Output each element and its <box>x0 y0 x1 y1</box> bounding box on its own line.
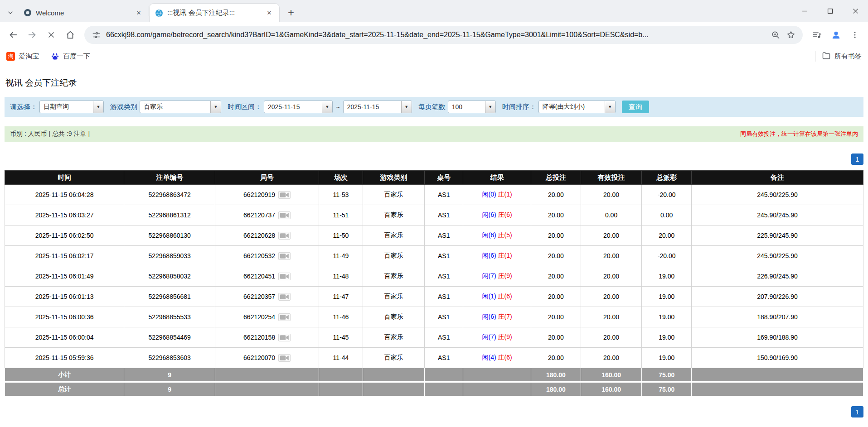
cell-note: 225.90/245.90 <box>692 225 863 246</box>
maximize-button[interactable] <box>817 0 843 22</box>
cell-payout: 20.00 <box>642 225 692 246</box>
search-button[interactable]: 查询 <box>622 101 649 113</box>
cell-total-bet[interactable]: 20.00 <box>531 287 581 307</box>
baidu-paw-icon <box>51 52 59 61</box>
chevron-down-icon[interactable]: ▼ <box>401 101 412 113</box>
column-header: 注单编号 <box>124 171 215 185</box>
cell-note: 245.90/245.90 <box>692 205 863 225</box>
cell-note: 245.90/225.90 <box>692 185 863 205</box>
page-button[interactable]: 1 <box>851 406 863 417</box>
video-replay-icon[interactable] <box>278 313 291 321</box>
new-tab-button[interactable]: + <box>283 5 299 20</box>
video-replay-icon[interactable] <box>278 293 291 301</box>
table-header-row: 时间注单编号局号场次游戏类别桌号结果总投注有效投注总派彩备注 <box>5 171 863 185</box>
bookmark-baidu[interactable]: 百度一下 <box>51 52 90 61</box>
cell-bet-id: 522968853603 <box>124 348 215 368</box>
cell-game-type: 百家乐 <box>363 185 424 205</box>
minimize-button[interactable] <box>792 0 817 22</box>
all-bookmarks-button[interactable]: 所有书签 <box>822 51 862 62</box>
video-replay-icon[interactable] <box>278 334 291 341</box>
cell-bet-id: 522968854469 <box>124 327 215 348</box>
table-row: 2025-11-15 06:02:50522968860130662120628… <box>5 225 863 246</box>
bookmark-star-icon[interactable] <box>786 29 796 40</box>
cell-total-bet[interactable]: 20.00 <box>531 266 581 287</box>
game-type-select[interactable]: 百家乐 ▼ <box>140 101 221 113</box>
summary-empty-cell <box>363 382 424 396</box>
chevron-down-icon[interactable]: ▼ <box>605 101 615 113</box>
video-replay-icon[interactable] <box>278 232 291 240</box>
column-header: 时间 <box>5 171 124 185</box>
cell-time: 2025-11-15 05:59:36 <box>5 348 124 368</box>
cell-total-bet[interactable]: 20.00 <box>531 246 581 266</box>
sort-order-select[interactable]: 降幂(由大到小) ▼ <box>538 101 616 113</box>
video-replay-icon[interactable] <box>278 354 291 362</box>
cell-note: 169.90/188.90 <box>692 327 863 348</box>
address-bar[interactable]: 66cxkj98.com/game/betrecord_search/kind3… <box>84 26 803 44</box>
cell-total-bet[interactable]: 20.00 <box>531 205 581 225</box>
profile-avatar-icon[interactable] <box>827 26 844 43</box>
table-row: 2025-11-15 06:03:27522968861312662120737… <box>5 205 863 225</box>
cell-valid-bet: 20.00 <box>581 327 641 348</box>
table-row: 2025-11-15 06:04:28522968863472662120919… <box>5 185 863 205</box>
page-button[interactable]: 1 <box>851 154 863 165</box>
page-title: 视讯 会员下注纪录 <box>5 77 863 89</box>
cell-total-bet[interactable]: 20.00 <box>531 348 581 368</box>
home-icon[interactable] <box>62 26 79 43</box>
taobao-favicon-icon: 淘 <box>6 52 15 61</box>
cell-total-bet[interactable]: 20.00 <box>531 225 581 246</box>
cell-round: 662120532 <box>215 246 319 266</box>
cell-table-no: AS1 <box>425 287 463 307</box>
cell-table-no: AS1 <box>425 246 463 266</box>
tab-close-icon[interactable]: ✕ <box>265 9 274 18</box>
tab-close-icon[interactable]: ✕ <box>134 8 143 17</box>
result-banker: 庄(6) <box>498 211 512 218</box>
bookmark-taobao[interactable]: 淘 爱淘宝 <box>6 52 39 61</box>
round-number: 662120254 <box>243 313 275 321</box>
video-replay-icon[interactable] <box>278 273 291 280</box>
chevron-down-icon[interactable]: ▼ <box>322 101 332 113</box>
summary-count: 9 <box>124 368 215 382</box>
cell-note: 207.90/226.90 <box>692 287 863 307</box>
cell-result: 闲(6) 庄(6) <box>463 205 531 225</box>
chevron-down-icon[interactable]: ▼ <box>485 101 495 113</box>
zoom-icon[interactable] <box>770 29 781 40</box>
cell-result: 闲(6) 庄(7) <box>463 307 531 327</box>
video-replay-icon[interactable] <box>278 191 291 199</box>
date-end-select[interactable]: 2025-11-15 ▼ <box>343 101 412 113</box>
cell-table-no: AS1 <box>425 348 463 368</box>
video-replay-icon[interactable] <box>278 252 291 260</box>
cell-table-no: AS1 <box>425 266 463 287</box>
summary-label: 小计 <box>5 368 124 382</box>
cell-time: 2025-11-15 06:02:50 <box>5 225 124 246</box>
cell-total-bet[interactable]: 20.00 <box>531 185 581 205</box>
chevron-down-icon[interactable]: ▼ <box>210 101 221 113</box>
video-replay-icon[interactable] <box>278 211 291 219</box>
menu-dots-icon[interactable] <box>846 26 863 43</box>
date-range-label: 时间区间： <box>228 103 262 111</box>
cell-total-bet[interactable]: 20.00 <box>531 327 581 348</box>
result-banker: 庄(6) <box>498 293 512 300</box>
page-size-select[interactable]: 100 ▼ <box>448 101 496 113</box>
cell-game-type: 百家乐 <box>363 205 424 225</box>
table-row: 2025-11-15 06:02:17522968859033662120532… <box>5 246 863 266</box>
close-button[interactable] <box>843 0 868 22</box>
query-type-select[interactable]: 日期查询 ▼ <box>39 101 104 113</box>
cell-valid-bet: 20.00 <box>581 185 641 205</box>
tab-betrecord[interactable]: :::视讯 会员下注纪录::: ✕ <box>149 3 280 22</box>
grand-total-row: 总计9180.00160.0075.00 <box>5 382 863 396</box>
cell-time: 2025-11-15 06:00:36 <box>5 307 124 327</box>
tab-search-chevron-icon[interactable] <box>3 3 18 22</box>
date-start-select[interactable]: 2025-11-15 ▼ <box>264 101 333 113</box>
chevron-down-icon[interactable]: ▼ <box>93 101 103 113</box>
game-type-label: 游戏类别 <box>110 103 137 111</box>
filter-bar: 请选择： 日期查询 ▼ 游戏类别 百家乐 ▼ 时间区间： 2025-11-15 … <box>5 97 863 117</box>
media-controls-icon[interactable] <box>808 26 825 43</box>
tab-welcome[interactable]: Welcome ✕ <box>18 3 149 22</box>
stop-loading-icon[interactable] <box>43 26 60 43</box>
back-icon[interactable] <box>5 26 22 43</box>
cell-note: 245.90/225.90 <box>692 246 863 266</box>
forward-icon[interactable] <box>24 26 41 43</box>
cell-total-bet[interactable]: 20.00 <box>531 307 581 327</box>
cell-table-no: AS1 <box>425 185 463 205</box>
site-settings-icon[interactable] <box>91 29 102 40</box>
